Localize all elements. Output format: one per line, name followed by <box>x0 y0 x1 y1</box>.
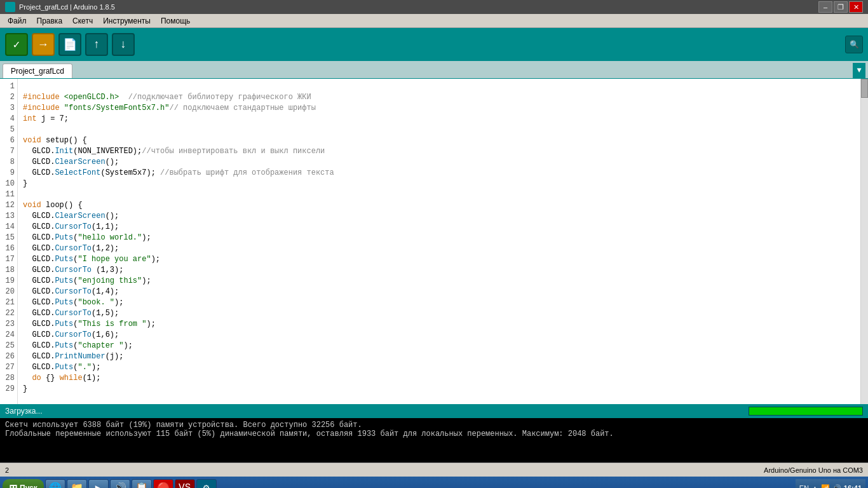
code-editor[interactable]: #include <openGLCD.h> //подключает библи… <box>18 79 860 404</box>
line-number-display: 2 <box>5 466 9 474</box>
taskbar-browser2-button[interactable]: 🔴 <box>153 479 173 488</box>
close-button[interactable]: ✕ <box>849 1 863 13</box>
windows-logo-icon: ⊞ <box>9 482 17 489</box>
line-num: 27 <box>3 362 15 373</box>
line-num: 12 <box>3 200 15 211</box>
taskbar-ie-button[interactable]: 🌐 <box>45 479 65 488</box>
minimize-button[interactable]: – <box>818 1 832 13</box>
code-line-14: GLCD.CursorTo(1,1); <box>23 222 855 233</box>
line-num: 1 <box>3 81 15 92</box>
code-line-21: GLCD.Puts("book. "); <box>23 297 855 308</box>
status-bar: Загрузка... <box>0 404 868 418</box>
code-line-28: do {} while(1); <box>23 373 855 384</box>
board-info: Arduino/Genuino Uno на COM3 <box>764 466 863 474</box>
code-line-12: void loop() { <box>23 200 855 211</box>
console-line-2: Глобальные переменные используют 115 бай… <box>5 430 863 438</box>
line-num: 8 <box>3 157 15 168</box>
code-line-15: GLCD.Puts("hello world."); <box>23 233 855 243</box>
info-bar: 2 Arduino/Genuino Uno на COM3 <box>0 463 868 477</box>
line-num: 7 <box>3 146 15 157</box>
code-line-22: GLCD.CursorTo(1,5); <box>23 308 855 319</box>
console-area: Скетч использует 6388 байт (19%) памяти … <box>0 418 868 463</box>
console-line-1: Скетч использует 6388 байт (19%) памяти … <box>5 421 863 430</box>
line-num: 13 <box>3 211 15 222</box>
code-line-27: GLCD.Puts("."); <box>23 362 855 373</box>
code-line-11 <box>23 189 855 200</box>
code-line-18: GLCD.CursorTo (1,3); <box>23 265 855 276</box>
taskbar-media-button[interactable]: ▶ <box>88 479 109 488</box>
line-num: 2 <box>3 92 15 103</box>
scrollbar-thumb[interactable] <box>861 79 868 98</box>
taskbar-arduino-button[interactable]: ⚙ <box>196 479 217 488</box>
verify-button[interactable]: ✓ <box>5 33 28 56</box>
window-title: Project_grafLcd | Arduino 1.8.5 <box>19 3 818 11</box>
line-num: 24 <box>3 330 15 341</box>
line-num: 14 <box>3 222 15 233</box>
menu-bar: Файл Правка Скетч Инструменты Помощь <box>0 14 868 28</box>
code-line-24: GLCD.CursorTo(1,6); <box>23 330 855 341</box>
code-line-25: GLCD.Puts("chapter "); <box>23 341 855 351</box>
taskbar-vs-button[interactable]: VS <box>175 479 195 488</box>
menu-file[interactable]: Файл <box>3 15 32 27</box>
menu-sketch[interactable]: Скетч <box>67 15 98 27</box>
line-numbers: 1 2 3 4 5 6 7 8 9 10 11 12 13 14 15 16 1… <box>0 79 18 404</box>
menu-edit[interactable]: Правка <box>32 15 68 27</box>
code-line-17: GLCD.Puts("I hope you are"); <box>23 254 855 265</box>
code-line-7: GLCD.Init(NON_INVERTED);//чтобы инвертир… <box>23 146 855 157</box>
line-num: 18 <box>3 265 15 276</box>
tab-bar: Project_grafLcd ▼ <box>0 61 868 79</box>
tab-dropdown-button[interactable]: ▼ <box>853 63 865 78</box>
editor-container: 1 2 3 4 5 6 7 8 9 10 11 12 13 14 15 16 1… <box>0 79 868 404</box>
code-line-1 <box>23 81 855 92</box>
system-clock: 16:41 <box>844 484 862 488</box>
tab-project[interactable]: Project_grafLcd <box>3 64 72 78</box>
taskbar-volume-button[interactable]: 🔊 <box>110 479 130 488</box>
line-num: 4 <box>3 114 15 125</box>
code-line-23: GLCD.Puts("This is from "); <box>23 319 855 330</box>
line-num: 11 <box>3 189 15 200</box>
line-num: 26 <box>3 351 15 362</box>
menu-help[interactable]: Помощь <box>156 15 195 27</box>
code-line-13: GLCD.ClearScreen(); <box>23 211 855 222</box>
code-line-6: void setup() { <box>23 135 855 146</box>
code-line-9: GLCD.SelectFont(System5x7); //выбрать шр… <box>23 168 855 179</box>
code-line-10: } <box>23 179 855 189</box>
taskbar: ⊞ Пуск 🌐 📁 ▶ 🔊 📋 🔴 VS ⚙ EN ▲ 📶 🔊 16:41 <box>0 477 868 488</box>
code-line-16: GLCD.CursorTo(1,2); <box>23 243 855 254</box>
tray-network-icon: 📶 <box>821 484 830 489</box>
line-num: 28 <box>3 373 15 384</box>
line-num: 5 <box>3 125 15 135</box>
code-line-2: #include <openGLCD.h> //подключает библи… <box>23 92 855 103</box>
line-num: 21 <box>3 297 15 308</box>
code-line-26: GLCD.PrintNumber(j); <box>23 351 855 362</box>
taskbar-explorer-button[interactable]: 📁 <box>67 479 87 488</box>
line-num: 15 <box>3 233 15 243</box>
progress-bar-container <box>749 407 863 416</box>
toolbar: ✓ → 📄 ↑ ↓ 🔍 <box>0 28 868 61</box>
vertical-scrollbar[interactable] <box>860 79 868 404</box>
line-num: 22 <box>3 308 15 319</box>
line-num: 25 <box>3 341 15 351</box>
progress-bar <box>749 407 862 415</box>
system-tray: EN ▲ 📶 🔊 16:41 <box>796 479 865 488</box>
maximize-button[interactable]: ❐ <box>834 1 848 13</box>
code-line-20: GLCD.CursorTo(1,4); <box>23 287 855 297</box>
new-button[interactable]: 📄 <box>58 33 81 56</box>
code-line-5 <box>23 125 855 135</box>
app-icon <box>5 2 15 12</box>
code-line-19: GLCD.Puts("enjoing this"); <box>23 276 855 287</box>
upload-button[interactable]: → <box>32 33 55 56</box>
line-num: 23 <box>3 319 15 330</box>
start-button[interactable]: ⊞ Пуск <box>3 479 44 488</box>
menu-tools[interactable]: Инструменты <box>98 15 156 27</box>
line-num: 3 <box>3 103 15 114</box>
search-button[interactable]: 🔍 <box>845 36 863 53</box>
line-num: 20 <box>3 287 15 297</box>
line-num: 9 <box>3 168 15 179</box>
save-button[interactable]: ↓ <box>112 33 135 56</box>
line-num: 17 <box>3 254 15 265</box>
window-controls: – ❐ ✕ <box>818 1 863 13</box>
code-line-8: GLCD.ClearScreen(); <box>23 157 855 168</box>
open-button[interactable]: ↑ <box>85 33 108 56</box>
taskbar-docs-button[interactable]: 📋 <box>132 479 152 488</box>
